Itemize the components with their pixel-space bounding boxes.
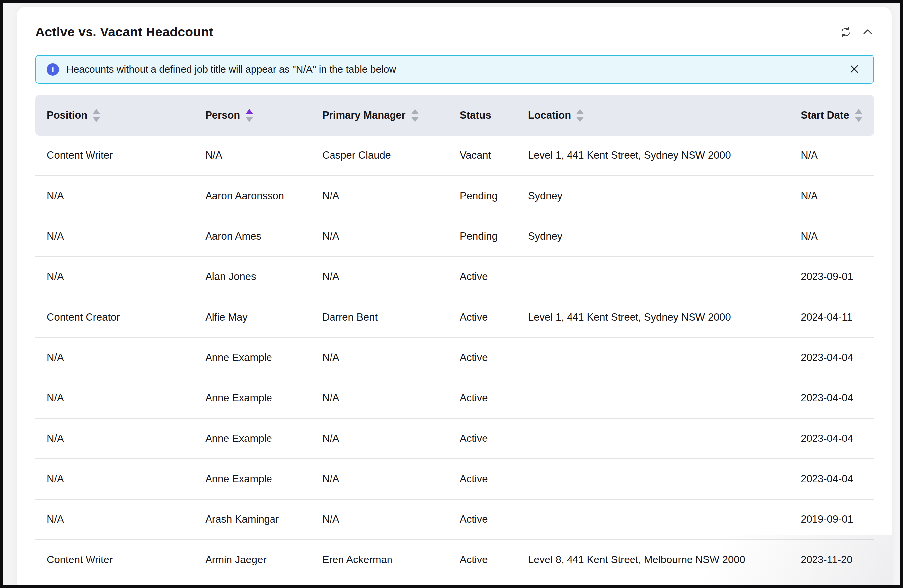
cell-start-date: 2023-04-04	[789, 392, 874, 404]
cell-primary-manager: N/A	[311, 392, 448, 404]
banner-close-button[interactable]	[848, 63, 861, 76]
cell-position: N/A	[35, 392, 194, 404]
cell-location: Level 1, 441 Kent Street, Sydney NSW 200…	[517, 149, 789, 162]
cell-primary-manager: Casper Claude	[311, 149, 448, 162]
cell-status: Pending	[448, 230, 517, 242]
cell-person: Anne Example	[194, 432, 311, 445]
cell-start-date: 2023-04-04	[789, 473, 874, 485]
column-header-status: Status	[448, 109, 517, 121]
collapse-button[interactable]	[861, 25, 874, 39]
cell-location: Sydney	[517, 230, 789, 242]
cell-position: Content Writer	[35, 554, 194, 566]
cell-primary-manager: Darren Bent	[311, 311, 448, 323]
cell-start-date: 2019-09-01	[789, 513, 874, 525]
panel-header: Active vs. Vacant Headcount	[35, 22, 874, 42]
sort-icon	[245, 109, 253, 122]
table-row: N/AAnne ExampleN/AActive2023-04-04	[35, 338, 874, 378]
column-label: Status	[460, 109, 491, 121]
cell-person: Armin Jaeger	[194, 554, 311, 566]
cell-primary-manager: N/A	[311, 271, 448, 283]
cell-position: N/A	[35, 473, 194, 485]
cell-primary-manager: N/A	[311, 190, 448, 202]
cell-status: Active	[448, 392, 517, 404]
cell-start-date: N/A	[789, 230, 874, 242]
cell-start-date: 2023-09-01	[789, 271, 874, 283]
cell-primary-manager: Eren Ackerman	[311, 554, 448, 566]
table-body: Content WriterN/ACasper ClaudeVacantLeve…	[35, 135, 874, 580]
cell-start-date: 2024-04-11	[789, 311, 874, 323]
close-icon	[849, 63, 860, 75]
cell-status: Pending	[448, 190, 517, 202]
info-banner: i Heacounts without a defined job title …	[35, 55, 874, 83]
sort-icon	[576, 109, 584, 122]
table-row: N/AAnne ExampleN/AActive2023-04-04	[35, 419, 874, 459]
column-header-primary-manager[interactable]: Primary Manager	[311, 109, 448, 122]
headcount-table: PositionPersonPrimary ManagerStatusLocat…	[35, 95, 874, 580]
column-header-position[interactable]: Position	[35, 109, 194, 122]
cell-location: Level 1, 441 Kent Street, Sydney NSW 200…	[517, 311, 789, 323]
table-row: Content CreatorAlfie MayDarren BentActiv…	[35, 297, 874, 338]
cell-person: Alfie May	[194, 311, 311, 323]
cell-status: Active	[448, 554, 517, 566]
cell-primary-manager: N/A	[311, 473, 448, 485]
cell-position: N/A	[35, 190, 194, 202]
cell-person: Aaron Aaronsson	[194, 190, 311, 202]
cell-location: Level 8, 441 Kent Street, Melbourne NSW …	[517, 554, 789, 566]
cell-person: Aaron Ames	[194, 230, 311, 242]
sort-icon	[411, 109, 419, 122]
table-row: Content WriterN/ACasper ClaudeVacantLeve…	[35, 135, 874, 176]
info-icon: i	[47, 63, 59, 75]
cell-status: Vacant	[448, 149, 517, 162]
table-row: N/AAaron AmesN/APendingSydneyN/A	[35, 217, 874, 257]
column-label: Primary Manager	[322, 109, 406, 121]
column-label: Person	[205, 109, 240, 121]
cell-position: N/A	[35, 432, 194, 445]
cell-position: N/A	[35, 352, 194, 363]
cell-start-date: 2023-04-04	[789, 432, 874, 445]
info-banner-text: Heacounts without a defined job title wi…	[66, 64, 840, 75]
column-header-location[interactable]: Location	[517, 109, 789, 122]
cell-primary-manager: N/A	[311, 352, 448, 363]
refresh-button[interactable]	[839, 25, 852, 39]
cell-position: Content Creator	[35, 311, 194, 323]
sort-icon	[854, 109, 862, 122]
cell-position: N/A	[35, 513, 194, 525]
cell-person: Anne Example	[194, 352, 311, 363]
cell-person: Anne Example	[194, 473, 311, 485]
cell-start-date: N/A	[789, 190, 874, 202]
column-label: Location	[528, 109, 571, 121]
cell-person: Arash Kamingar	[194, 513, 311, 525]
cell-status: Active	[448, 432, 517, 445]
cell-primary-manager: N/A	[311, 432, 448, 445]
table-header-row: PositionPersonPrimary ManagerStatusLocat…	[35, 95, 874, 135]
cell-status: Active	[448, 271, 517, 283]
table-row: N/AArash KamingarN/AActive2019-09-01	[35, 500, 874, 540]
cell-position: Content Writer	[35, 149, 194, 162]
chevron-up-icon	[861, 26, 874, 38]
cell-location: Sydney	[517, 190, 789, 202]
column-label: Start Date	[801, 109, 849, 121]
panel-actions	[839, 25, 874, 39]
column-label: Position	[47, 109, 87, 121]
table-row: N/AAnne ExampleN/AActive2023-04-04	[35, 378, 874, 419]
refresh-icon	[840, 26, 852, 38]
cell-primary-manager: N/A	[311, 230, 448, 242]
cell-status: Active	[448, 352, 517, 363]
cell-person: N/A	[194, 149, 311, 162]
table-row: N/AAnne ExampleN/AActive2023-04-04	[35, 459, 874, 500]
table-row: Content WriterArmin JaegerEren AckermanA…	[35, 540, 874, 580]
table-row: N/AAaron AaronssonN/APendingSydneyN/A	[35, 176, 874, 217]
cell-start-date: 2023-11-20	[789, 554, 874, 566]
table-row: N/AAlan JonesN/AActive2023-09-01	[35, 257, 874, 297]
headcount-panel: Active vs. Vacant Headcount	[17, 6, 892, 588]
cell-person: Anne Example	[194, 392, 311, 404]
cell-status: Active	[448, 311, 517, 323]
column-header-start-date[interactable]: Start Date	[789, 109, 874, 122]
column-header-person[interactable]: Person	[194, 109, 311, 122]
cell-person: Alan Jones	[194, 271, 311, 283]
page-background: Active vs. Vacant Headcount	[0, 0, 903, 588]
sort-icon	[93, 109, 101, 122]
cell-status: Active	[448, 513, 517, 525]
page-title: Active vs. Vacant Headcount	[35, 25, 213, 39]
cell-position: N/A	[35, 271, 194, 283]
